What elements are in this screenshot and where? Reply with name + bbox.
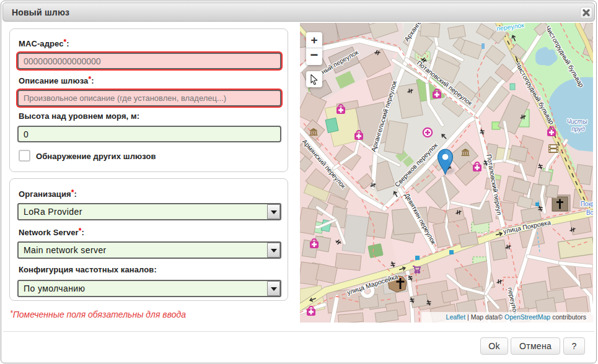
svg-text:Чисты: Чисты <box>567 118 588 125</box>
svg-text:Покр: Покр <box>581 201 593 207</box>
svg-text:Leaflet | Map data© OpenStreet: Leaflet | Map data© OpenStreetMap contri… <box>446 313 586 321</box>
svg-text:пруд: пруд <box>571 126 585 132</box>
svg-text:Во: Во <box>586 209 593 216</box>
